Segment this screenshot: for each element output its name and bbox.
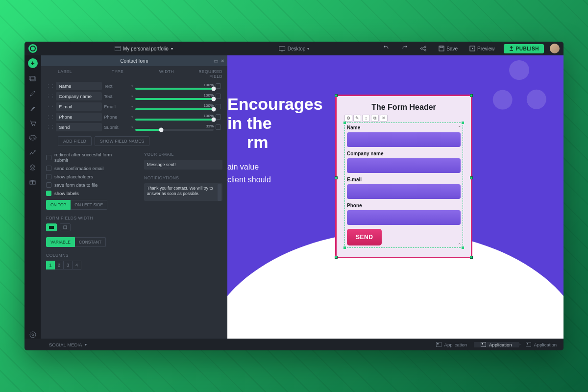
column-count-3[interactable]: 3: [64, 261, 73, 270]
label-pos-ontop[interactable]: ON TOP: [46, 200, 71, 210]
viewport-selector[interactable]: Desktop ▾: [279, 46, 310, 51]
duplicate-icon[interactable]: ⧉: [371, 115, 379, 122]
resize-handle[interactable]: [343, 122, 346, 124]
field-type-select[interactable]: Text: [104, 94, 133, 99]
social-media-dropdown[interactable]: SOCIAL MEDIA ▾: [44, 342, 92, 347]
resize-handle[interactable]: [470, 256, 473, 259]
width-slider[interactable]: [135, 129, 214, 131]
field-type-select[interactable]: Submit: [104, 124, 133, 130]
form-card[interactable]: The Form Header ⚙ ✎ ↕ ⧉ ✕ ⌄ ⌃ Name Comp: [335, 95, 472, 258]
pencil-icon[interactable]: ✎: [353, 115, 361, 122]
textarea-scrollbar[interactable]: [218, 184, 221, 201]
notifications-textarea[interactable]: Thank you for contact. We will try to an…: [144, 183, 222, 201]
width-slider[interactable]: [135, 119, 214, 121]
field-columns-header: LABEL TYPE WIDTH REQUIRED FIELD: [41, 66, 227, 81]
cart-icon[interactable]: [29, 119, 37, 127]
fields-width-label: FORM FIELDS WIDTH: [46, 216, 124, 220]
resize-handle[interactable]: [470, 94, 473, 97]
add-element-button[interactable]: +: [28, 58, 38, 68]
required-checkbox[interactable]: [216, 83, 221, 89]
breadcrumb-item[interactable]: Application: [519, 342, 564, 347]
topbar-actions: Save Preview PUBLISH: [380, 44, 560, 53]
name-input[interactable]: [347, 132, 461, 147]
label-pos-onleft[interactable]: ON LEFT SIDE: [71, 200, 107, 210]
gift-icon[interactable]: [29, 178, 37, 186]
chevron-down-icon[interactable]: ⌄: [458, 123, 462, 128]
width-slider[interactable]: [135, 98, 214, 100]
drag-handle-icon[interactable]: ⋮⋮: [46, 125, 54, 130]
check-confirmation[interactable]: send confirmation email: [46, 166, 124, 171]
gear-icon[interactable]: ⚙: [344, 115, 352, 122]
move-icon[interactable]: ↕: [362, 115, 370, 122]
resize-handle[interactable]: [462, 122, 464, 124]
publish-button[interactable]: PUBLISH: [504, 44, 544, 53]
required-checkbox[interactable]: [216, 114, 221, 120]
your-email-input[interactable]: [144, 160, 222, 170]
show-field-names-button[interactable]: SHOW FIELD NAMES: [95, 136, 149, 146]
form-header[interactable]: The Form Header: [344, 103, 463, 112]
minimize-icon[interactable]: ▭: [213, 58, 219, 64]
design-canvas[interactable]: Encourages in the rm ain value client sh…: [227, 55, 564, 339]
brush-icon[interactable]: [29, 104, 37, 112]
phone-input[interactable]: [347, 210, 461, 225]
drag-handle-icon[interactable]: ⋮⋮: [46, 115, 54, 120]
analytics-icon[interactable]: [29, 148, 37, 156]
required-checkbox[interactable]: [216, 104, 221, 109]
field-label-input[interactable]: [56, 113, 102, 121]
field-label-input[interactable]: [56, 123, 102, 131]
column-count-4[interactable]: 4: [73, 261, 81, 270]
resize-handle[interactable]: [335, 256, 338, 259]
check-showlabels[interactable]: show labels: [46, 191, 124, 196]
save-button[interactable]: Save: [436, 44, 461, 53]
column-count-1[interactable]: 1: [46, 261, 55, 270]
delete-icon[interactable]: ✕: [380, 115, 388, 122]
width-slider[interactable]: [135, 88, 214, 90]
field-label-input[interactable]: [56, 82, 102, 90]
check-redirect[interactable]: redirect after succesful form submit: [46, 152, 124, 163]
pages-icon[interactable]: [29, 75, 37, 83]
preview-button[interactable]: Preview: [466, 44, 498, 53]
width-mode-full[interactable]: [46, 223, 57, 231]
edit-icon[interactable]: [29, 90, 37, 98]
width-constant[interactable]: CONSTANT: [75, 237, 106, 247]
field-type-select[interactable]: Text: [104, 83, 133, 89]
resize-handle[interactable]: [462, 246, 464, 249]
check-placeholders[interactable]: show placeholders: [46, 174, 124, 179]
crm-icon[interactable]: CRM: [29, 134, 37, 142]
share-button[interactable]: [417, 44, 430, 53]
form-fields-selection[interactable]: ⌄ ⌃ Name Company name E-mail Phone SEND: [344, 122, 463, 248]
add-field-button[interactable]: ADD FIELD: [58, 136, 92, 146]
app-logo[interactable]: [28, 44, 37, 53]
help-icon[interactable]: [29, 331, 37, 339]
width-mode-fixed[interactable]: [60, 223, 71, 231]
breadcrumb-item[interactable]: Application: [474, 342, 518, 347]
layers-icon[interactable]: [29, 163, 37, 171]
user-avatar[interactable]: [550, 44, 560, 53]
drag-handle-icon[interactable]: ⋮⋮: [46, 94, 54, 99]
width-variable[interactable]: VARIABLE: [46, 237, 75, 247]
width-slider[interactable]: [135, 108, 214, 110]
field-label-input[interactable]: [56, 92, 102, 100]
required-checkbox[interactable]: [216, 124, 221, 130]
send-button[interactable]: SEND: [347, 229, 382, 245]
company-input[interactable]: [347, 158, 461, 173]
column-count-2[interactable]: 2: [55, 261, 64, 270]
close-icon[interactable]: ✕: [220, 58, 225, 64]
field-type-select[interactable]: Phone: [104, 114, 133, 120]
resize-handle[interactable]: [343, 246, 346, 249]
chevron-up-icon[interactable]: ⌃: [458, 243, 462, 247]
drag-handle-icon[interactable]: ⋮⋮: [46, 104, 54, 109]
field-type-select[interactable]: Email: [104, 104, 133, 109]
drag-handle-icon[interactable]: ⋮⋮: [46, 84, 54, 89]
redo-button[interactable]: [398, 44, 411, 53]
resize-handle[interactable]: [335, 94, 338, 97]
email-input[interactable]: [347, 184, 461, 199]
project-selector[interactable]: My personal portfolio ▾: [115, 46, 173, 51]
resize-handle[interactable]: [335, 176, 338, 179]
breadcrumb-item[interactable]: Application: [429, 342, 474, 347]
undo-button[interactable]: [380, 44, 392, 53]
field-label-input[interactable]: [56, 102, 102, 111]
required-checkbox[interactable]: [216, 94, 221, 99]
resize-handle[interactable]: [470, 176, 473, 179]
check-savefile[interactable]: save form data to file: [46, 182, 124, 188]
